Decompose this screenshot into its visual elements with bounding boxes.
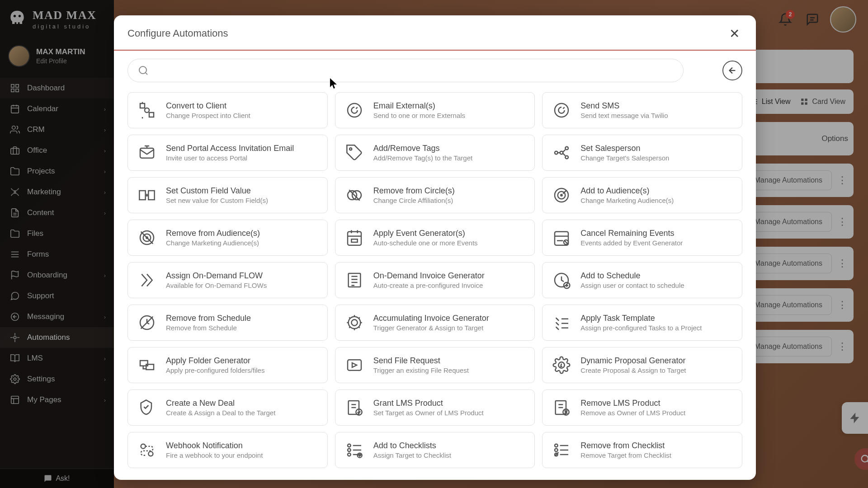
card-icon [344,398,364,418]
card-subtitle: Change Prospect into Client [166,112,250,119]
automation-card-email-external-s-[interactable]: Email External(s)Send to one or more Ext… [335,92,535,128]
svg-point-42 [560,151,563,155]
card-title: Add to Schedule [580,271,684,281]
automation-card-create-a-new-deal[interactable]: Create a New DealCreate & Assign a Deal … [127,389,328,426]
card-subtitle: Fire a webhook to your endpoint [166,451,263,459]
card-subtitle: Change Marketing Audience(s) [580,197,674,204]
card-title: Accumulating Invoice Generator [373,314,489,323]
automation-card-apply-folder-generator[interactable]: Apply Folder GeneratorApply pre-configur… [127,347,328,383]
card-subtitle: Remove Target from Checklist [580,451,671,459]
automation-card-webhook-notification[interactable]: Webhook NotificationFire a webhook to yo… [127,432,328,468]
automation-card-set-salesperson[interactable]: Set SalespersonChange Target's Salespers… [542,135,742,171]
automation-card-remove-from-circle-s-[interactable]: Remove from Circle(s)Change Circle Affil… [335,177,535,213]
automation-card-on-demand-invoice-generator[interactable]: On-Demand Invoice GeneratorAuto-create a… [335,262,535,298]
card-title: Cancel Remaining Events [580,229,683,238]
automation-card-remove-from-schedule[interactable]: Remove from ScheduleRemove from Schedule [127,305,328,341]
automation-card-send-portal-access-invitation-email[interactable]: Send Portal Access Invitation EmailInvit… [127,135,328,171]
card-subtitle: Remove as Owner of LMS Product [580,409,685,417]
card-subtitle: Assign pre-configured Tasks to a Project [580,324,702,332]
card-title: Email External(s) [373,101,465,111]
card-icon [137,228,157,248]
card-subtitle: Invite user to access Portal [166,154,294,162]
card-title: Remove from Schedule [166,314,251,323]
back-icon[interactable] [722,61,742,80]
card-icon [552,228,571,248]
card-icon [344,228,364,248]
svg-point-99 [348,449,351,452]
modal-title: Configure Automations [127,28,228,39]
card-icon [344,143,364,163]
automation-card-assign-on-demand-flow[interactable]: Assign On-Demand FLOWAvailable for On-De… [127,262,328,298]
automation-card-remove-from-audience-s-[interactable]: Remove from Audience(s)Change Marketing … [127,220,328,256]
automation-card-apply-task-template[interactable]: Apply Task TemplateAssign pre-configured… [542,305,742,341]
automation-card-send-file-request[interactable]: Send File RequestTrigger an existing Fil… [335,347,535,383]
automation-card-send-sms[interactable]: Send SMSSend text message via Twilio [542,92,742,128]
automation-card-set-custom-field-value[interactable]: Set Custom Field ValueSet new value for … [127,177,328,213]
card-subtitle: Send text message via Twilio [580,112,668,119]
svg-line-64 [565,241,568,244]
automation-card-add-to-audience-s-[interactable]: Add to Audience(s)Change Marketing Audie… [542,177,742,213]
close-icon[interactable]: ✕ [726,25,742,42]
automation-card-add-remove-tags[interactable]: Add/Remove TagsAdd/Remove Tag(s) to the … [335,135,535,171]
card-title: Set Salesperson [580,144,669,153]
svg-rect-55 [348,232,361,245]
card-icon [344,440,364,460]
card-title: On-Demand Invoice Generator [373,271,485,281]
automation-card-grant-lms-product[interactable]: Grant LMS ProductSet Target as Owner of … [335,389,535,426]
card-icon [552,355,571,375]
automation-card-dynamic-proposal-generator[interactable]: Dynamic Proposal GeneratorCreate Proposa… [542,347,742,383]
card-icon [552,313,571,333]
card-icon [344,313,364,333]
card-title: Webhook Notification [166,441,263,450]
card-subtitle: Trigger an existing File Request [373,366,469,374]
svg-rect-32 [140,103,145,108]
card-title: Add/Remove Tags [373,144,473,153]
card-title: Set Custom Field Value [166,186,268,196]
automation-card-cancel-remaining-events[interactable]: Cancel Remaining EventsEvents added by E… [542,220,742,256]
automation-card-add-to-schedule[interactable]: Add to ScheduleAssign user or contact to… [542,262,742,298]
svg-point-36 [555,103,568,117]
svg-point-29 [139,66,146,74]
card-icon [137,143,157,163]
card-icon [552,185,571,205]
search-input[interactable] [155,66,673,75]
automation-card-accumulating-invoice-generator[interactable]: Accumulating Invoice GeneratorTrigger Ge… [335,305,535,341]
card-subtitle: Add/Remove Tag(s) to the Target [373,154,473,162]
svg-line-30 [146,73,147,75]
card-title: Add to Checklists [373,441,451,450]
search-box[interactable] [127,59,684,82]
automation-card-convert-to-client[interactable]: Convert to ClientChange Prospect into Cl… [127,92,328,128]
automation-card-apply-event-generator-s-[interactable]: Apply Event Generator(s)Auto-schedule on… [335,220,535,256]
svg-rect-59 [351,239,357,242]
card-title: Assign On-Demand FLOW [166,271,267,281]
svg-point-100 [348,453,351,456]
card-subtitle: Change Circle Affiliation(s) [373,197,455,204]
card-title: Convert to Client [166,101,250,111]
automation-card-remove-lms-product[interactable]: Remove LMS ProductRemove as Owner of LMS… [542,389,742,426]
svg-rect-81 [348,360,361,370]
card-title: Grant LMS Product [373,399,484,408]
card-title: Add to Audience(s) [580,186,674,196]
card-subtitle: Create Proposal & Assign to Target [580,366,686,374]
card-title: Dynamic Proposal Generator [580,356,686,366]
svg-point-39 [555,151,558,155]
card-icon [344,270,364,290]
card-subtitle: Auto-create a pre-configured Invoice [373,282,485,289]
search-icon [138,65,149,76]
svg-point-50 [561,194,562,196]
card-title: Send SMS [580,101,668,111]
automation-card-remove-from-checklist[interactable]: Remove from ChecklistRemove Target from … [542,432,742,468]
svg-point-48 [555,188,568,202]
card-icon [552,440,571,460]
automation-card-add-to-checklists[interactable]: Add to ChecklistsAssign Target to Checkl… [335,432,535,468]
card-title: Remove from Checklist [580,441,671,450]
svg-line-73 [141,317,153,329]
svg-point-41 [566,156,569,159]
card-icon [137,398,157,418]
card-title: Create a New Deal [166,399,275,408]
svg-point-94 [148,451,153,456]
card-icon [137,100,157,120]
card-title: Remove from Circle(s) [373,186,455,196]
card-icon [137,355,157,375]
card-title: Remove from Audience(s) [166,229,260,238]
